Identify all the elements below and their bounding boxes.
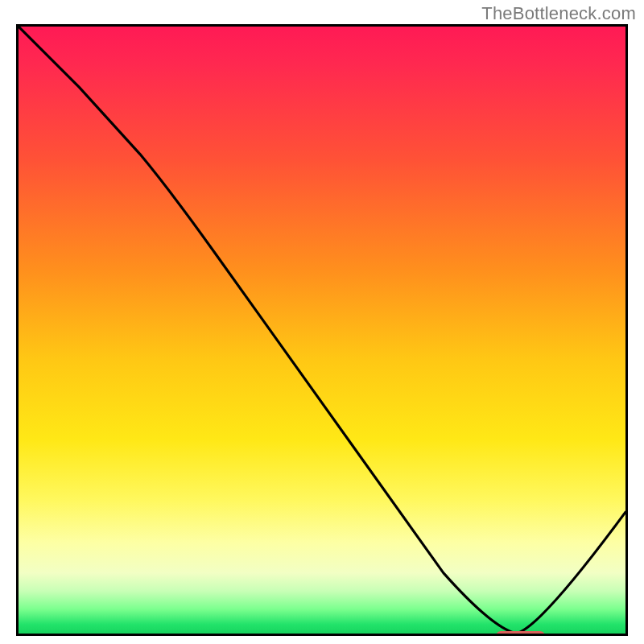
optimal-range-marker <box>496 631 545 636</box>
bottleneck-curve <box>19 27 625 634</box>
chart-container: TheBottleneck.com <box>0 0 644 644</box>
curve-line <box>19 27 625 634</box>
plot-area <box>16 24 628 636</box>
watermark-text: TheBottleneck.com <box>481 3 636 24</box>
